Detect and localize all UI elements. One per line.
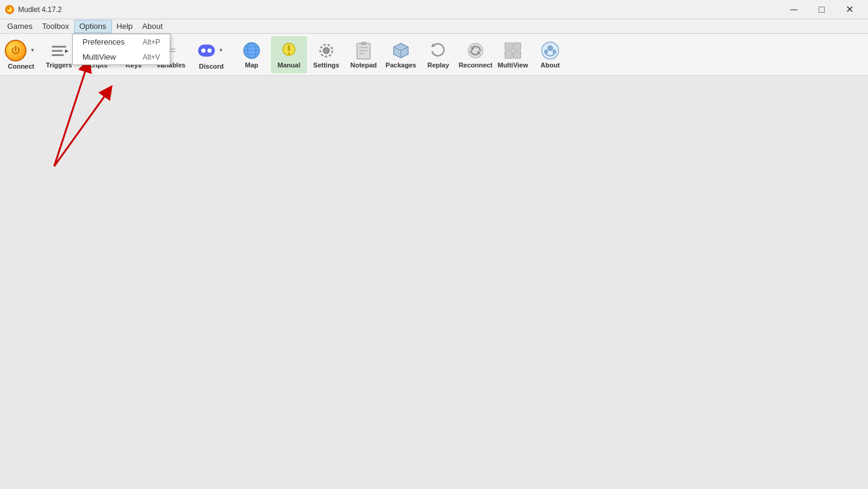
notepad-icon: [354, 41, 373, 60]
svg-rect-45: [505, 51, 512, 58]
triggers-label: Triggers: [46, 61, 72, 69]
multiview-label: MultiView: [82, 52, 116, 61]
title-bar: Mudlet 4.17.2 ─ □ ✕: [0, 0, 868, 19]
connect-label: Connect: [8, 63, 34, 70]
svg-point-50: [553, 49, 556, 54]
svg-rect-43: [505, 43, 512, 50]
preferences-shortcut: Alt+P: [143, 38, 160, 46]
svg-rect-34: [361, 42, 366, 45]
notepad-button[interactable]: Notepad: [346, 36, 382, 73]
multiview-button[interactable]: MultiView: [495, 36, 531, 73]
menu-item-help[interactable]: Help: [112, 20, 138, 33]
svg-line-52: [54, 65, 87, 166]
multiview-icon: [503, 41, 522, 60]
replay-label: Replay: [427, 61, 449, 69]
dropdown-item-multiview[interactable]: MultiView Alt+V: [73, 49, 170, 64]
notepad-label: Notepad: [350, 61, 377, 69]
svg-rect-46: [513, 51, 521, 58]
svg-rect-5: [52, 54, 64, 56]
svg-line-53: [54, 91, 108, 166]
reconnect-icon: [466, 41, 485, 60]
svg-marker-6: [65, 49, 69, 53]
svg-point-28: [323, 48, 329, 54]
svg-point-48: [547, 45, 553, 51]
title-bar-left: Mudlet 4.17.2: [5, 5, 62, 14]
close-button[interactable]: ✕: [835, 0, 863, 19]
svg-rect-17: [198, 45, 215, 57]
svg-point-18: [202, 48, 206, 52]
svg-rect-30: [357, 43, 370, 59]
menu-item-options[interactable]: Options: [74, 20, 112, 33]
map-button[interactable]: Map: [234, 36, 270, 73]
preferences-label: Preferences: [82, 37, 125, 46]
map-icon: [242, 41, 261, 60]
svg-point-19: [208, 48, 212, 52]
discord-inner: ▼: [197, 40, 226, 61]
svg-point-49: [544, 49, 548, 54]
discord-icon: [197, 41, 216, 60]
settings-icon: [317, 41, 336, 60]
svg-rect-44: [513, 43, 521, 50]
triggers-icon: [49, 41, 69, 60]
options-dropdown: Preferences Alt+P MultiView Alt+V: [72, 34, 170, 65]
settings-label: Settings: [313, 61, 339, 69]
app-title: Mudlet 4.17.2: [18, 5, 62, 14]
reconnect-label: Reconnect: [459, 61, 492, 69]
replay-icon: [429, 41, 448, 60]
svg-rect-3: [52, 46, 66, 48]
discord-dropdown-arrow[interactable]: ▼: [216, 40, 226, 61]
reconnect-button[interactable]: Reconnect: [457, 36, 494, 73]
menu-item-toolbox[interactable]: Toolbox: [37, 20, 74, 33]
replay-button[interactable]: Replay: [420, 36, 456, 73]
packages-button[interactable]: Packages: [383, 36, 419, 73]
menu-bar: Games Toolbox Options Help About Prefere…: [0, 19, 868, 34]
mudlet-icon: [5, 5, 14, 14]
dropdown-item-preferences[interactable]: Preferences Alt+P: [73, 34, 170, 49]
connect-power-icon: [10, 45, 22, 57]
settings-button[interactable]: Settings: [308, 36, 344, 73]
about-label: About: [541, 61, 560, 69]
svg-rect-26: [288, 45, 290, 51]
connect-inner: ▼: [5, 40, 37, 61]
menu-item-games[interactable]: Games: [2, 20, 37, 33]
manual-button[interactable]: Manual: [271, 36, 307, 73]
about-button[interactable]: About: [532, 36, 568, 73]
title-bar-controls: ─ □ ✕: [780, 0, 863, 19]
multiview-label: MultiView: [498, 61, 529, 69]
packages-label: Packages: [386, 61, 417, 69]
menu-item-about[interactable]: About: [137, 20, 167, 33]
connect-button[interactable]: ▼ Connect: [2, 36, 40, 73]
map-label: Map: [245, 61, 258, 69]
maximize-button[interactable]: □: [808, 0, 835, 19]
svg-rect-4: [52, 50, 63, 52]
packages-icon: [391, 41, 411, 60]
triggers-button[interactable]: Triggers: [41, 36, 77, 73]
svg-point-27: [288, 52, 290, 55]
manual-label: Manual: [277, 61, 300, 69]
main-content: [0, 76, 868, 488]
connect-dropdown-arrow[interactable]: ▼: [28, 40, 37, 61]
discord-label: Discord: [199, 63, 224, 70]
svg-point-2: [8, 7, 10, 9]
connect-circle-icon: [5, 40, 26, 61]
minimize-button[interactable]: ─: [780, 0, 808, 19]
multiview-shortcut: Alt+V: [143, 53, 160, 61]
manual-icon: [279, 41, 299, 60]
about-icon: [541, 41, 560, 60]
discord-button[interactable]: ▼ Discord: [190, 36, 232, 73]
